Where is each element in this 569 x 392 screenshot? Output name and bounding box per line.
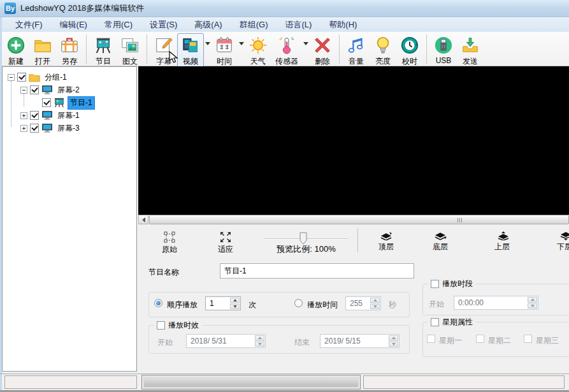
period-checkbox[interactable] [431,280,439,288]
toolbar-imagetext-button[interactable]: 图文 [117,33,143,68]
toolbar-sensor-button[interactable]: 传感器 [271,33,302,68]
toolbar-send-button[interactable]: 发送 [457,33,484,68]
led-preview-canvas[interactable] [138,66,569,215]
time-dropdown-arrow-icon[interactable] [239,42,244,48]
menu-file[interactable]: 文件(F) [11,18,47,32]
tree-connector [24,94,24,106]
upper-layer-button[interactable]: 上层 [484,231,520,252]
statusbar-left-panel [4,375,137,389]
toolbar-time-button[interactable]: 时间 [211,33,238,68]
fit-screen-button[interactable]: 适应 [208,231,243,255]
lower-layer-button[interactable]: 下层 [547,231,569,252]
image-text-icon [120,35,140,55]
program-easel-icon [54,98,65,108]
spin-up-button[interactable] [230,298,240,303]
menu-settings[interactable]: 设置(S) [146,18,181,32]
period-title: 播放时段 [442,279,473,289]
toolbar-label: 新建 [8,56,24,67]
tree-item-program1[interactable]: 节目-1 [42,97,95,108]
menu-group[interactable]: 群组(G) [236,18,272,32]
screen-checkbox[interactable] [30,124,39,133]
toolbar-brightness-button[interactable]: 亮度 [370,33,396,68]
scrollbar-thumb[interactable] [149,215,569,224]
original-size-button[interactable]: 原始 [152,231,187,255]
toolbar-weather-button[interactable]: 天气 [245,33,271,68]
play-time-spinner: 255 [345,296,381,310]
sequence-count-spinner[interactable]: 1 [205,296,241,310]
tree-item-label[interactable]: 分组-1 [43,71,69,83]
monitor-icon [41,110,53,120]
weekday-checkbox[interactable] [431,318,439,326]
bottom-layer-button[interactable]: 底层 [422,231,458,252]
menu-edit[interactable]: 编辑(E) [56,18,91,32]
sensor-dropdown-arrow-icon[interactable] [303,42,308,48]
validity-checkbox[interactable] [157,321,165,330]
video-dropdown-arrow-icon[interactable] [205,42,210,48]
preview-horizontal-scrollbar[interactable] [138,215,569,224]
left-arrow-icon [140,217,145,222]
scroll-left-button[interactable] [138,215,148,224]
wednesday-checkbox [524,335,532,343]
period-start-value: 0:00:00 [458,298,484,307]
toolbar-new-button[interactable]: 新建 [3,33,29,68]
video-film-icon [181,35,200,55]
toolbar-separator [339,34,340,64]
expand-icon[interactable] [20,125,27,132]
toolbar-timing-button[interactable]: 校时 [396,33,423,68]
toolbar-label: 天气 [250,56,266,67]
toolbar-video-button[interactable]: 视频 [177,33,204,68]
menu-common[interactable]: 常用(C) [101,18,136,32]
times-unit-label: 次 [248,300,256,310]
collapse-icon[interactable] [20,87,27,94]
program-checkbox[interactable] [42,98,51,107]
screen-checkbox[interactable] [30,85,39,94]
toolbar-delete-button[interactable]: 删除 [309,33,336,68]
layer-stack-icon [558,231,569,240]
top-layer-button[interactable]: 顶层 [368,231,404,252]
delete-x-icon [313,35,332,55]
screen-checkbox[interactable] [30,111,39,120]
tree-item-screen3[interactable]: 屏幕-3 [20,122,82,134]
menu-help[interactable]: 帮助(H) [325,18,361,32]
tree-item-label[interactable]: 屏幕-1 [55,110,82,122]
bulb-icon [373,35,393,55]
toolbar-saveas-button[interactable]: 另存 [56,33,83,68]
usb-icon [434,35,453,55]
original-size-label: 原始 [162,244,177,255]
tree-item-label[interactable]: 屏幕-2 [55,84,82,96]
tree-item-group[interactable]: 分组-1 [8,71,69,83]
spin-down-button [528,303,537,309]
toolbar-volume-button[interactable]: 音量 [343,33,370,68]
group-checkbox[interactable] [17,73,26,82]
toolbar-separator [86,34,87,64]
calendar-icon [215,35,234,55]
program-name-input[interactable] [220,263,414,279]
spin-down-button [389,342,398,347]
top-layer-label: 顶层 [378,242,394,252]
collapse-icon[interactable] [8,74,15,81]
thermometer-sensor-icon [277,35,296,55]
expand-icon[interactable] [20,112,27,119]
tree-item-screen2[interactable]: 屏幕-2 [20,84,82,96]
period-start-time-spinner: 0:00:00 [454,296,538,310]
toolbar-program-button[interactable]: 节目 [90,33,117,68]
tree-item-label-selected[interactable]: 节目-1 [68,96,95,110]
play-time-radio[interactable] [294,299,303,307]
tree-item-label[interactable]: 屏幕-3 [55,122,82,134]
toolbar-separator [147,34,147,64]
sequence-play-radio[interactable] [154,299,162,307]
toolbar: 新建 打开 另存 节目 图文 [0,32,569,66]
tree-item-screen1[interactable]: 屏幕-1 [20,110,82,121]
save-as-briefcase-icon [60,35,79,55]
toolbar-open-button[interactable]: 打开 [29,33,56,68]
toolbar-usb-button[interactable]: USB [430,33,457,66]
sun-weather-icon [248,35,268,55]
sequence-play-label: 顺序播放 [167,300,198,310]
play-time-value: 255 [350,299,363,308]
validity-start-date-spinner: 2018/ 5/31 [186,334,266,348]
new-plus-icon [6,35,25,55]
spin-down-button[interactable] [230,304,240,310]
menu-language[interactable]: 语言(L) [281,18,315,32]
toolbar-label: 亮度 [375,56,391,67]
menu-advanced[interactable]: 高级(A) [191,18,226,32]
